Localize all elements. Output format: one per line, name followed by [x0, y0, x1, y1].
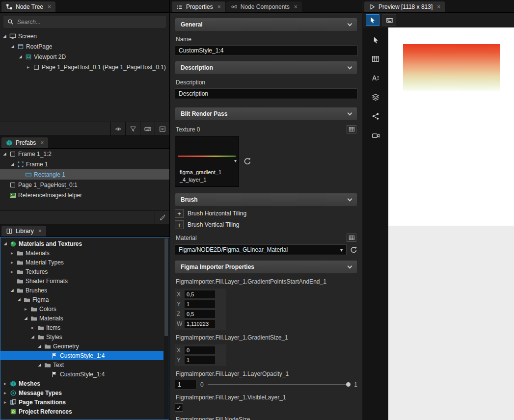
library-item-styles[interactable]: ◢ Styles — [0, 332, 163, 341]
close-icon[interactable]: × — [437, 3, 440, 10]
expander-icon[interactable]: ◢ — [37, 344, 42, 348]
visibility-filter-button[interactable] — [110, 122, 125, 135]
x-input[interactable]: 0 — [185, 346, 215, 354]
interaction-mode-button[interactable] — [366, 14, 379, 26]
close-icon[interactable]: × — [217, 3, 221, 10]
tree-item-screen[interactable]: ◢ Screen — [0, 31, 169, 41]
material-dropdown[interactable]: Figma/NODE2D/Figma_GLinear_Material ▾ — [175, 244, 347, 255]
tree-item-frame-1[interactable]: ◢ Frame 1 — [0, 159, 169, 169]
tab-prefabs[interactable]: Prefabs × — [1, 137, 48, 148]
section-figma-importer[interactable]: Figma Importer Properties — [175, 260, 357, 274]
library-item-text[interactable]: ◢ Text — [0, 360, 163, 369]
expander-icon[interactable]: ◢ — [9, 288, 15, 292]
expander-icon[interactable]: ◢ — [2, 152, 7, 156]
tree-item-frame-1-1-2[interactable]: ◢ Frame 1_1:2 — [0, 149, 169, 159]
expander-icon[interactable]: ◢ — [23, 316, 28, 320]
description-input[interactable]: Description — [175, 88, 357, 99]
library-item-customstyle-geometry[interactable]: CustomStyle_1:4 — [0, 351, 163, 360]
clear-filter-button[interactable] — [155, 122, 169, 135]
add-brush-horizontal-tiling-button[interactable]: + — [175, 209, 184, 218]
w-input[interactable]: 1,110223 — [185, 320, 215, 328]
name-input[interactable]: CustomStyle_1:4 — [175, 45, 357, 56]
material-matrix-button[interactable] — [347, 234, 356, 242]
library-item-textures[interactable]: ▸ Textures — [0, 267, 163, 276]
expander-icon[interactable]: ◢ — [16, 297, 22, 302]
library-item-brushes[interactable]: ◢ Brushes — [0, 286, 163, 295]
library-item-meshes[interactable]: ▸ Meshes — [0, 379, 163, 388]
expander-icon[interactable]: ◢ — [37, 363, 42, 367]
scrollbar-thumb[interactable] — [164, 238, 168, 336]
tab-preview[interactable]: Preview [1118 x 813] × — [364, 1, 445, 12]
camera-tool-button[interactable] — [369, 130, 382, 141]
tab-node-tree[interactable]: Node Tree × — [1, 1, 55, 12]
texture-refresh-icon[interactable] — [243, 158, 251, 165]
preview-canvas[interactable] — [388, 27, 514, 420]
grid-view-button[interactable] — [140, 122, 155, 135]
expander-icon[interactable]: ◢ — [30, 335, 35, 339]
virtual-keyboard-button[interactable] — [382, 14, 396, 26]
tree-item-pagehost-prefab[interactable]: Page 1_PageHost_0:1 — [0, 180, 169, 190]
expander-icon[interactable]: ▸ — [2, 390, 8, 395]
library-item-customstyle-text[interactable]: CustomStyle_1:4 — [0, 369, 163, 379]
section-brush[interactable]: Brush — [175, 193, 357, 207]
tree-item-pagehost[interactable]: ▸ Page 1_PageHost_0:1 (Page 1_PageHost_0… — [0, 62, 169, 72]
texture-dropdown[interactable]: ▾ figma_gradient_1 _4_layer_1 — [175, 136, 239, 187]
z-input[interactable]: 0,5 — [185, 310, 215, 318]
library-item-items[interactable]: ▸ Items — [0, 323, 163, 332]
close-icon[interactable]: × — [40, 139, 44, 146]
material-refresh-icon[interactable] — [350, 246, 357, 254]
close-icon[interactable]: × — [294, 3, 298, 10]
library-item-colors[interactable]: ▸ Colors — [0, 304, 163, 314]
expander-icon[interactable]: ▸ — [2, 381, 8, 386]
connections-tool-button[interactable] — [369, 111, 382, 122]
expander-icon[interactable]: ◢ — [2, 241, 8, 246]
library-item-materials-and-textures[interactable]: ◢ Materials and Textures — [0, 239, 163, 248]
opacity-slider[interactable] — [208, 384, 351, 385]
visible-layer-checkbox[interactable]: ✓ — [175, 403, 183, 412]
expander-icon[interactable]: ◢ — [18, 54, 23, 59]
close-icon[interactable]: × — [48, 3, 51, 10]
expander-icon[interactable]: ▸ — [9, 260, 15, 265]
library-item-message-types[interactable]: ▸ Message Types — [0, 388, 163, 397]
library-item-materials[interactable]: ▸ Materials — [0, 248, 163, 258]
section-blit-render-pass[interactable]: Blit Render Pass — [175, 107, 357, 121]
section-general[interactable]: General — [175, 18, 357, 31]
tree-item-reference-images-helper[interactable]: ReferenceImagesHelper — [0, 190, 169, 200]
tree-item-rectangle-1[interactable]: Rectangle 1 — [0, 169, 169, 180]
select-tool-button[interactable] — [369, 34, 382, 45]
add-brush-vertical-tiling-button[interactable]: + — [175, 220, 184, 229]
library-item-figma-materials[interactable]: ◢ Materials — [0, 314, 163, 323]
grid-tool-button[interactable] — [369, 53, 382, 64]
library-scrollbar[interactable] — [164, 238, 168, 419]
search-input[interactable]: Search... — [3, 16, 166, 28]
expander-icon[interactable]: ▸ — [26, 64, 31, 70]
dropdown-caret-icon[interactable]: ▾ — [234, 158, 237, 163]
x-input[interactable]: 0,5 — [185, 290, 215, 298]
expander-icon[interactable]: ◢ — [2, 34, 7, 38]
filter-button[interactable] — [125, 122, 140, 135]
tab-properties[interactable]: Properties × — [172, 1, 225, 12]
slider-handle[interactable] — [346, 382, 351, 387]
texture-matrix-button[interactable] — [347, 125, 356, 133]
tree-item-rootpage[interactable]: ◢ RootPage — [0, 41, 169, 52]
opacity-input[interactable]: 1 — [175, 380, 196, 390]
y-input[interactable]: 1 — [185, 356, 215, 364]
section-description[interactable]: Description — [175, 61, 357, 75]
expander-icon[interactable]: ▸ — [9, 250, 15, 256]
eyedropper-plus-button[interactable] — [155, 210, 169, 224]
tree-item-viewport-2d[interactable]: ◢ Viewport 2D — [0, 52, 169, 62]
library-item-geometry[interactable]: ◢ Geometry — [0, 341, 163, 351]
library-item-figma[interactable]: ◢ Figma — [0, 295, 163, 304]
expander-icon[interactable]: ▸ — [23, 306, 28, 312]
library-item-shader-formats[interactable]: Shader Formats — [0, 276, 163, 286]
expander-icon[interactable]: ◢ — [10, 162, 15, 166]
expander-icon[interactable]: ▸ — [30, 325, 35, 330]
close-icon[interactable]: × — [38, 228, 42, 235]
expander-icon[interactable]: ◢ — [10, 44, 15, 49]
library-item-project-references[interactable]: Project References — [0, 407, 163, 416]
expander-icon[interactable]: ▸ — [2, 399, 8, 405]
y-input[interactable]: 1 — [185, 300, 215, 308]
library-item-page-transitions[interactable]: ▸ Page Transitions — [0, 397, 163, 407]
expander-icon[interactable]: ▸ — [9, 269, 15, 274]
text-tool-button[interactable] — [369, 73, 382, 83]
